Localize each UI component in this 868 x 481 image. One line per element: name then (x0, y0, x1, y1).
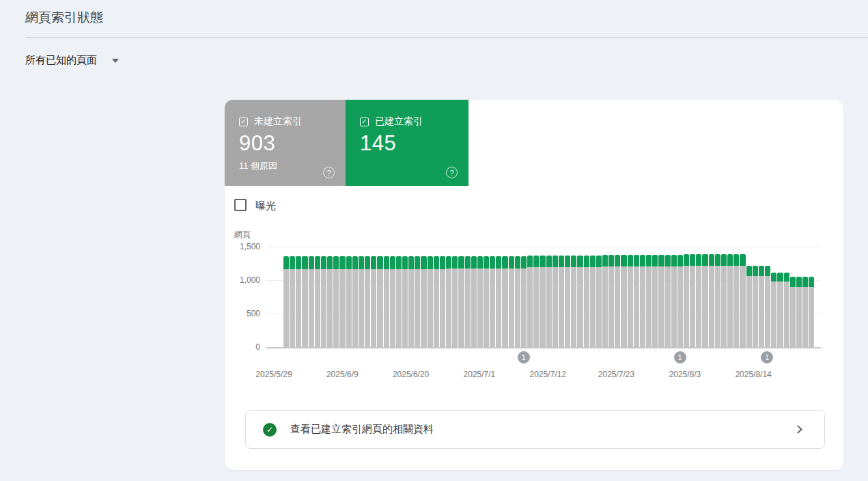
checkbox-checked-icon: ✓ (360, 118, 369, 126)
indexed-count: 145 (360, 131, 396, 156)
bar (527, 256, 533, 347)
bar (646, 255, 652, 347)
bar (746, 266, 752, 347)
bar (408, 256, 414, 347)
index-status-card: ✓ 未建立索引 903 11 個原因 ? ✓ 已建立索引 145 ? 曝光 網頁… (225, 100, 843, 470)
bar (384, 256, 389, 347)
bar (452, 256, 458, 347)
x-tick-label: 2025/7/23 (586, 370, 647, 379)
bar (584, 256, 589, 347)
bar (509, 256, 514, 347)
y-tick-label: 1,500 (225, 242, 260, 251)
impressions-label[interactable]: 曝光 (255, 200, 276, 212)
y-tick-label: 1,000 (225, 275, 260, 285)
bar (396, 256, 402, 347)
bar (365, 256, 370, 347)
bar (352, 256, 358, 347)
bar (784, 273, 789, 347)
bar (496, 256, 501, 347)
bar (677, 255, 683, 347)
bar (696, 254, 701, 347)
bar (515, 256, 520, 347)
page-filter-label: 所有已知的頁面 (25, 54, 97, 67)
bar (721, 254, 727, 347)
x-tick-label: 2025/6/20 (380, 370, 442, 379)
view-indexed-data-label: 查看已建立索引網頁的相關資料 (290, 423, 434, 436)
bar (571, 256, 576, 347)
stacked-bar-chart (283, 247, 814, 347)
x-tick-label: 2025/7/1 (449, 370, 510, 379)
bar (552, 256, 558, 347)
annotation-badge[interactable]: 1 (518, 351, 530, 363)
help-icon[interactable]: ? (446, 167, 458, 178)
chevron-down-icon (112, 59, 119, 63)
bar (690, 254, 695, 347)
bar (309, 256, 314, 347)
bar (608, 255, 614, 347)
bar (283, 256, 289, 347)
bar (302, 256, 307, 347)
chart-y-axis-title: 網頁 (234, 229, 251, 240)
bar (802, 277, 808, 347)
x-axis-labels: 2025/5/292025/6/92025/6/202025/7/12025/7… (225, 370, 843, 381)
indexed-label: 已建立索引 (375, 115, 423, 128)
bar (434, 256, 439, 347)
bar (621, 255, 626, 347)
impressions-checkbox[interactable] (234, 199, 247, 211)
x-tick-label: 2025/8/14 (723, 370, 784, 379)
annotation-badge[interactable]: 1 (761, 351, 773, 363)
bar (759, 266, 764, 347)
indexed-toggle-tile[interactable]: ✓ 已建立索引 145 ? (346, 100, 468, 186)
bar (415, 256, 420, 347)
bar (458, 256, 464, 347)
bar (465, 256, 471, 347)
bar (771, 273, 776, 347)
annotation-badge[interactable]: 1 (674, 351, 686, 363)
y-tick-label: 500 (225, 309, 260, 318)
x-tick-label: 2025/8/3 (654, 370, 716, 379)
help-icon[interactable]: ? (323, 167, 335, 178)
bar (490, 256, 495, 347)
success-check-icon: ✓ (263, 423, 277, 437)
bar (658, 255, 664, 347)
page-filter-dropdown[interactable]: 所有已知的頁面 (25, 54, 119, 67)
bar (333, 256, 339, 347)
bar (559, 256, 564, 347)
bar (665, 255, 671, 347)
bar (777, 273, 783, 347)
x-tick-label: 2025/6/9 (311, 370, 373, 379)
bar (596, 256, 602, 347)
bar (628, 255, 633, 347)
bar (502, 256, 507, 347)
bar (702, 254, 708, 347)
bar (796, 277, 802, 347)
bar (590, 256, 596, 347)
view-indexed-data-link[interactable]: ✓ 查看已建立索引網頁的相關資料 (245, 410, 825, 449)
bar (290, 256, 295, 347)
bar (727, 254, 733, 347)
bar (540, 256, 545, 347)
header-divider (25, 37, 868, 38)
bar (359, 256, 364, 347)
not-indexed-reasons: 11 個原因 (239, 160, 277, 172)
bar (446, 256, 451, 347)
bar (477, 256, 483, 347)
bar (684, 254, 689, 347)
bar (733, 254, 739, 347)
chevron-right-icon[interactable] (794, 425, 802, 434)
bar (346, 256, 352, 347)
not-indexed-toggle-tile[interactable]: ✓ 未建立索引 903 11 個原因 ? (225, 100, 346, 186)
bar (640, 255, 645, 347)
bar (652, 255, 658, 347)
bar (484, 256, 489, 347)
bar (577, 256, 583, 347)
bar (709, 254, 714, 347)
bar (421, 256, 426, 347)
bar (296, 256, 301, 347)
bar (671, 255, 677, 347)
bar (790, 277, 796, 347)
bar (809, 277, 814, 347)
bar (634, 255, 639, 347)
bar (377, 256, 382, 347)
x-tick-label: 2025/5/29 (243, 370, 305, 379)
